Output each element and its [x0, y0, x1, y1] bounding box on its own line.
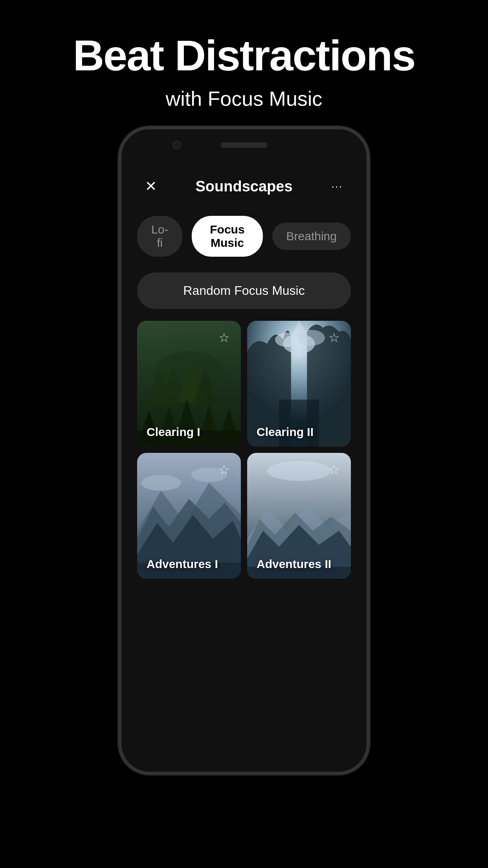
- card-clearing-2[interactable]: ☆ Clearing II: [247, 321, 351, 447]
- card-label-adventures-1: Adventures I: [147, 557, 218, 571]
- hero-subtitle: with Focus Music: [73, 87, 415, 110]
- front-camera: [172, 141, 181, 149]
- card-adventures-1[interactable]: ☆ Adventures I: [137, 453, 241, 579]
- star-icon: ☆: [218, 330, 230, 345]
- svg-point-17: [297, 330, 325, 346]
- favorite-button-clearing-2[interactable]: ☆: [324, 328, 344, 348]
- page-wrapper: Beat Distractions with Focus Music ✕ Sou…: [0, 0, 488, 868]
- tab-breathing[interactable]: Breathing: [272, 223, 351, 250]
- favorite-button-clearing-1[interactable]: ☆: [214, 328, 234, 348]
- category-tabs: Lo-fi Focus Music Breathing: [121, 204, 367, 268]
- card-label-clearing-2: Clearing II: [257, 425, 314, 439]
- random-button[interactable]: Random Focus Music: [137, 272, 351, 309]
- random-button-label: Random Focus Music: [183, 283, 305, 298]
- speaker-grille: [220, 142, 268, 148]
- star-icon: ☆: [328, 462, 340, 477]
- phone-frame: ✕ Soundscapes ··· Lo-fi Focus Music Brea…: [118, 126, 370, 775]
- soundscape-grid: ☆ Clearing I: [121, 321, 367, 579]
- card-label-adventures-2: Adventures II: [257, 557, 331, 571]
- hero-title: Beat Distractions: [73, 31, 415, 79]
- card-label-clearing-1: Clearing I: [147, 425, 200, 439]
- app-content: ✕ Soundscapes ··· Lo-fi Focus Music Brea…: [121, 161, 367, 772]
- hero-section: Beat Distractions with Focus Music: [73, 0, 415, 110]
- favorite-button-adventures-1[interactable]: ☆: [214, 460, 234, 480]
- card-adventures-2[interactable]: ☆ Adventures II: [247, 453, 351, 579]
- tab-focus-music[interactable]: Focus Music: [192, 216, 262, 257]
- close-button[interactable]: ✕: [141, 177, 161, 196]
- star-icon: ☆: [218, 462, 230, 477]
- more-icon: ···: [331, 180, 343, 193]
- svg-point-31: [267, 461, 331, 481]
- star-icon: ☆: [328, 330, 340, 345]
- top-bar: ✕ Soundscapes ···: [121, 161, 367, 204]
- volume-button: [368, 247, 370, 279]
- tab-lofi[interactable]: Lo-fi: [137, 216, 182, 257]
- more-button[interactable]: ···: [327, 177, 347, 196]
- svg-point-24: [141, 475, 181, 491]
- svg-rect-18: [279, 400, 319, 447]
- close-icon: ✕: [145, 178, 157, 195]
- card-clearing-1[interactable]: ☆ Clearing I: [137, 321, 241, 447]
- screen-title: Soundscapes: [195, 178, 292, 195]
- svg-point-16: [275, 333, 299, 347]
- phone-top-bar: [121, 129, 367, 161]
- favorite-button-adventures-2[interactable]: ☆: [324, 460, 344, 480]
